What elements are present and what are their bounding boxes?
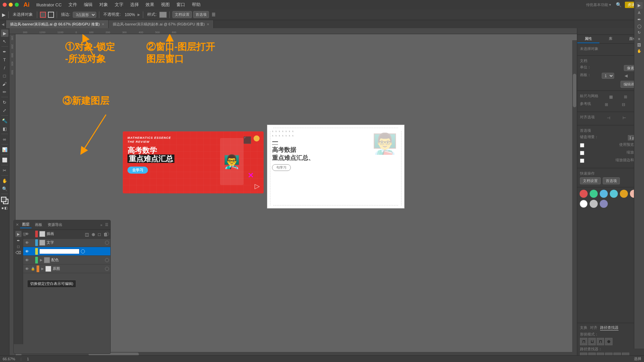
transform-icon[interactable]: ↻ bbox=[638, 31, 641, 35]
tool-gradient[interactable]: ◧ bbox=[1, 125, 8, 132]
guides-icon-2[interactable]: ⊟ bbox=[622, 102, 625, 107]
sketch-canvas[interactable]: x x x x x x x x x x x x x x 一 高考数据 重点难点汇… bbox=[267, 125, 405, 208]
layer-4-eye[interactable]: 👁 bbox=[24, 266, 29, 271]
swatch-gray[interactable] bbox=[590, 200, 598, 208]
tab-2[interactable]: 插边风-banner演示稿的副本.ai @ 67% (RGB/GPU 推量) ✕ bbox=[109, 20, 214, 28]
tool-artboard[interactable]: ⬜ bbox=[1, 156, 8, 164]
layer-0-vis[interactable] bbox=[105, 232, 109, 236]
swatch-blue[interactable] bbox=[600, 190, 608, 198]
mac-max-btn[interactable] bbox=[15, 3, 19, 7]
swatch-purple[interactable] bbox=[600, 200, 608, 208]
scale-strokes-checkbox[interactable] bbox=[580, 159, 584, 163]
artboard-prev-icon[interactable]: ◀ bbox=[625, 73, 628, 78]
stroke-swatch[interactable] bbox=[48, 12, 54, 18]
tab-pathfinder[interactable]: 路径查找器 bbox=[600, 325, 619, 330]
layer-3-expand[interactable]: ▶ bbox=[40, 258, 43, 262]
layer-row-1[interactable]: 👁 文字 bbox=[23, 238, 110, 247]
layers-tab-export[interactable]: 资源导出 bbox=[46, 222, 64, 228]
tool-rect[interactable]: □ bbox=[1, 72, 8, 79]
tool-eyedropper[interactable]: 🔦 bbox=[1, 117, 8, 124]
menu-edit[interactable]: 编辑 bbox=[81, 1, 95, 8]
shape-minus-btn[interactable]: ⊔ bbox=[588, 338, 596, 345]
search-icon[interactable]: 🔍 bbox=[616, 2, 622, 7]
arrange-icon[interactable]: ≡ bbox=[638, 37, 640, 41]
menu-illustrator[interactable]: Illustrator CC bbox=[34, 2, 64, 8]
shape-unite-btn[interactable]: ⊓ bbox=[580, 338, 587, 345]
doc-settings-btn[interactable]: 文档设置 bbox=[172, 11, 192, 18]
layers-expand-icon[interactable]: » bbox=[100, 223, 102, 227]
guides-icon-1[interactable]: ⊞ bbox=[605, 102, 608, 107]
layers-panel-close[interactable]: ✕ bbox=[16, 223, 19, 227]
type-tool-icon[interactable]: A bbox=[638, 11, 640, 15]
mac-min-btn[interactable] bbox=[9, 3, 13, 7]
layer-row-4[interactable]: 👁 🔒 ▶ 原图 bbox=[23, 264, 110, 273]
tool-select[interactable]: ▶ bbox=[1, 29, 8, 37]
tool-direct-select[interactable]: ↖ bbox=[1, 38, 8, 45]
fill-stroke-icon[interactable] bbox=[1, 197, 8, 204]
tool-type[interactable]: T bbox=[1, 56, 8, 63]
menu-object[interactable]: 对象 bbox=[97, 1, 111, 8]
hand-r-icon[interactable]: ✋ bbox=[637, 49, 642, 53]
tool-scale[interactable]: ⤢ bbox=[1, 107, 8, 114]
tab-library[interactable]: 库 bbox=[599, 35, 622, 43]
layers-tab-layers[interactable]: 图层 bbox=[20, 221, 32, 228]
style-swatch[interactable] bbox=[159, 12, 167, 18]
quick-doc-settings-btn[interactable]: 文档设置 bbox=[580, 177, 601, 184]
layers-menu-icon[interactable]: ☰ bbox=[105, 223, 108, 227]
swatch-orange[interactable] bbox=[620, 190, 628, 198]
layer-2-name-input[interactable] bbox=[39, 249, 79, 254]
tool-pencil[interactable]: ✏ bbox=[1, 88, 8, 96]
preferences-btn[interactable]: 首选项 bbox=[193, 11, 209, 18]
align-left-icon[interactable]: ⊣ bbox=[607, 116, 610, 120]
tab-transform[interactable]: 支换 bbox=[580, 325, 587, 330]
pen-tool-icon[interactable]: ✒ bbox=[637, 17, 641, 22]
layer-1-eye[interactable]: 👁 bbox=[24, 240, 29, 245]
layer-2-eye[interactable]: 👁 bbox=[24, 249, 29, 254]
tool-line[interactable]: / bbox=[1, 64, 8, 71]
toolbar-menu-icon[interactable]: ☰ bbox=[212, 12, 216, 17]
solid-color-icon[interactable]: ■ bbox=[2, 206, 4, 211]
layers-select-icon[interactable]: ▶ bbox=[15, 231, 21, 237]
menu-help[interactable]: 帮助 bbox=[189, 1, 203, 8]
tool-paintbrush[interactable]: 🖌 bbox=[1, 80, 8, 87]
swatch-green[interactable] bbox=[590, 190, 598, 198]
menu-effect[interactable]: 效果 bbox=[143, 1, 157, 8]
scale-corners-checkbox[interactable] bbox=[580, 151, 584, 155]
artboard-select[interactable]: 1 bbox=[602, 73, 614, 79]
shape-exclude-btn[interactable]: ⊕ bbox=[605, 338, 612, 345]
layer-3-eye[interactable]: 👁 bbox=[24, 258, 29, 262]
banner-red-canvas[interactable]: MATHEMATICS ESSENCE THE REVIEW 高考数学重点难点汇… bbox=[123, 131, 264, 193]
layer-3-vis[interactable] bbox=[105, 258, 109, 262]
tab-list-icon[interactable]: ◀ bbox=[0, 20, 6, 28]
tool-blend[interactable]: ∞ bbox=[1, 135, 8, 143]
layer-4-vis[interactable] bbox=[105, 267, 109, 271]
vscroll-thumb[interactable] bbox=[573, 74, 576, 107]
layer-4-lock[interactable]: 🔒 bbox=[31, 266, 35, 271]
rulers-grid-icon-2[interactable]: ⊞ bbox=[624, 95, 627, 99]
gradient-icon[interactable]: ◧ bbox=[4, 206, 7, 211]
tool-rotate[interactable]: ↻ bbox=[1, 99, 8, 106]
layer-4-expand[interactable]: ▶ bbox=[41, 267, 44, 270]
layer-row-0[interactable]: 👁 插画 bbox=[23, 230, 110, 238]
image-icon[interactable]: 🖼 bbox=[637, 43, 641, 47]
tab-1[interactable]: 插边风-banner演示精品.ai @ 66.67% (RGB/GPU 推量) … bbox=[6, 20, 109, 28]
shape-intersect-btn[interactable]: ⊓ bbox=[597, 338, 604, 345]
tool-column-chart[interactable]: 📊 bbox=[1, 146, 8, 153]
tab-1-close[interactable]: ✕ bbox=[102, 22, 104, 26]
swatch-white[interactable] bbox=[580, 200, 588, 208]
layers-eraser-icon[interactable]: ⌫ bbox=[15, 250, 21, 255]
shape-tool-icon[interactable]: ◯ bbox=[637, 24, 641, 28]
menu-window[interactable]: 窗口 bbox=[174, 1, 188, 8]
tool-zoom[interactable]: 🔍 bbox=[1, 185, 8, 192]
rulers-grid-icon-1[interactable]: ▦ bbox=[609, 95, 613, 99]
zoom-level[interactable]: 66.67% bbox=[3, 357, 15, 361]
tool-hand[interactable]: ✋ bbox=[1, 177, 8, 184]
select-tool-icon[interactable]: ▶ bbox=[636, 2, 643, 9]
tab-2-close[interactable]: ✕ bbox=[207, 22, 209, 26]
layer-row-2[interactable]: 👁 bbox=[23, 247, 110, 256]
swatch-red[interactable] bbox=[580, 190, 588, 198]
vertical-scrollbar[interactable] bbox=[572, 40, 577, 352]
tool-pen[interactable]: ✒ bbox=[1, 48, 8, 55]
tab-properties[interactable]: 属性 bbox=[577, 35, 599, 43]
menu-text[interactable]: 文字 bbox=[112, 1, 126, 8]
